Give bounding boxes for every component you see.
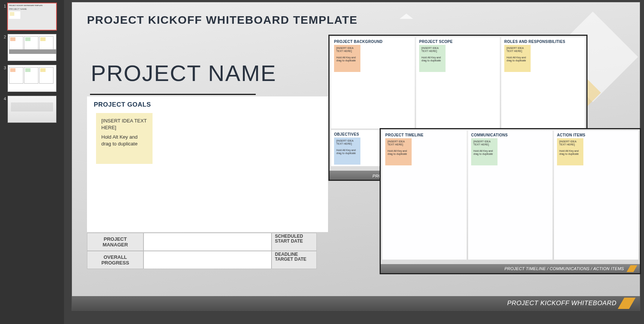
panel-heading: PROJECT SCOPE bbox=[419, 40, 497, 44]
mid-top-row: PROJECT BACKGROUND [INSERT IDEA TEXT HER… bbox=[330, 36, 586, 130]
sticky-note[interactable]: [INSERT IDEA TEXT HERE] Hold Alt Key and… bbox=[504, 45, 531, 72]
panel-communications[interactable]: COMMUNICATIONS [INSERT IDEA TEXT HERE] H… bbox=[468, 131, 552, 260]
panel-background[interactable]: PROJECT BACKGROUND [INSERT IDEA TEXT HER… bbox=[331, 37, 415, 128]
sticky-note[interactable]: [INSERT IDEA TEXT HERE] Hold Alt Key and… bbox=[557, 138, 583, 165]
label-start-date: SCHEDULED START DATE bbox=[272, 233, 317, 251]
sticky-note[interactable]: [INSERT IDEA TEXT HERE] Hold Alt Key and… bbox=[471, 138, 497, 165]
value-overall-progress[interactable] bbox=[143, 251, 272, 269]
slide-thumbnail-4[interactable] bbox=[8, 96, 56, 123]
sticky-hint: Hold Alt Key and drag to duplicate bbox=[559, 150, 579, 155]
slide-canvas: PROJECT KICKOFF WHITEBOARD TEMPLATE PROJ… bbox=[64, 0, 644, 324]
slide-number: 1 bbox=[2, 3, 6, 8]
heading-underline bbox=[90, 94, 256, 95]
label-deadline: DEADLINE TARGET DATE bbox=[272, 251, 317, 269]
slide-thumbnail-1[interactable]: PROJECT KICKOFF WHITEBOARD TEMPLATE PROJ… bbox=[8, 3, 56, 30]
label-overall-progress: OVERALL PROGRESS bbox=[87, 251, 143, 269]
slide-footer: PROJECT TIMELINE / COMMUNICATIONS / ACTI… bbox=[381, 264, 640, 273]
sticky-note[interactable]: [INSERT IDEA TEXT HERE] Hold Alt Key and… bbox=[334, 45, 360, 72]
table-row: OVERALL PROGRESS DEADLINE TARGET DATE bbox=[87, 251, 317, 269]
project-info-table[interactable]: PROJECT MANAGER SCHEDULED START DATE OVE… bbox=[87, 233, 317, 269]
slide-thumbnail-2[interactable] bbox=[8, 34, 56, 61]
panel-scope[interactable]: PROJECT SCOPE [INSERT IDEA TEXT HERE] Ho… bbox=[416, 37, 500, 128]
sticky-hint: Hold Alt Key and drag to duplicate bbox=[336, 56, 356, 62]
sticky-text: [INSERT IDEA TEXT HERE] bbox=[336, 139, 358, 146]
slide-number: 2 bbox=[2, 34, 6, 39]
sticky-text: [INSERT IDEA TEXT HERE] bbox=[473, 140, 495, 147]
slide-number: 4 bbox=[2, 96, 6, 101]
panel-heading: ACTION ITEMS bbox=[557, 133, 635, 137]
slide-number: 3 bbox=[2, 65, 6, 70]
thumbnail-row-4: 4 bbox=[2, 96, 63, 123]
footer-text: PROJECT KICKOFF WHITEBOARD bbox=[507, 300, 617, 307]
project-goals-panel[interactable]: PROJECT GOALS [INSERT IDEA TEXT HERE] Ho… bbox=[87, 96, 328, 232]
panel-heading: COMMUNICATIONS bbox=[471, 133, 549, 137]
sticky-hint: Hold Alt Key and drag to duplicate bbox=[421, 56, 441, 62]
panel-heading: PROJECT BACKGROUND bbox=[334, 40, 412, 44]
footer-text: PROJECT TIMELINE / COMMUNICATIONS / ACTI… bbox=[504, 266, 624, 271]
sticky-text: [INSERT IDEA TEXT HERE] bbox=[336, 47, 358, 53]
sticky-hint: Hold Alt Key and drag to duplicate bbox=[507, 56, 526, 62]
panel-heading: ROLES AND RESPONSIBILITIES bbox=[504, 40, 582, 44]
sticky-hint: Hold Alt Key and drag to duplicate bbox=[101, 134, 137, 147]
sticky-hint: Hold Alt Key and drag to duplicate bbox=[336, 149, 356, 154]
panel-timeline[interactable]: PROJECT TIMELINE [INSERT IDEA TEXT HERE]… bbox=[382, 131, 467, 260]
sticky-note[interactable]: [INSERT IDEA TEXT HERE] Hold Alt Key and… bbox=[419, 45, 446, 72]
right-columns: PROJECT TIMELINE [INSERT IDEA TEXT HERE]… bbox=[381, 129, 640, 261]
sticky-note[interactable]: [INSERT IDEA TEXT HERE] Hold Alt Key and… bbox=[334, 138, 360, 165]
template-title: PROJECT KICKOFF WHITEBOARD TEMPLATE bbox=[72, 2, 640, 30]
thumbnail-sidebar: 1 PROJECT KICKOFF WHITEBOARD TEMPLATE PR… bbox=[0, 0, 64, 324]
panel-heading: PROJECT TIMELINE bbox=[385, 133, 464, 137]
sticky-text: [INSERT IDEA TEXT HERE] bbox=[507, 47, 528, 53]
thumbnail-row-1: 1 PROJECT KICKOFF WHITEBOARD TEMPLATE PR… bbox=[2, 3, 63, 30]
panel-action-items[interactable]: ACTION ITEMS [INSERT IDEA TEXT HERE] Hol… bbox=[554, 131, 638, 260]
value-project-manager[interactable] bbox=[143, 233, 272, 251]
sticky-text: [INSERT IDEA TEXT HERE] bbox=[101, 118, 147, 131]
sticky-hint: Hold Alt Key and drag to duplicate bbox=[388, 150, 407, 155]
sticky-hint: Hold Alt Key and drag to duplicate bbox=[473, 150, 493, 155]
sticky-note-goals[interactable]: [INSERT IDEA TEXT HERE] Hold Alt Key and… bbox=[96, 113, 153, 164]
goals-heading: PROJECT GOALS bbox=[94, 101, 321, 109]
table-row: PROJECT MANAGER SCHEDULED START DATE bbox=[87, 233, 317, 251]
sticky-text: [INSERT IDEA TEXT HERE] bbox=[388, 140, 409, 147]
slide-3-overlay[interactable]: PROJECT TIMELINE [INSERT IDEA TEXT HERE]… bbox=[380, 128, 641, 274]
arrow-up-icon bbox=[400, 14, 413, 19]
sticky-text: [INSERT IDEA TEXT HERE] bbox=[421, 47, 443, 53]
panel-roles[interactable]: ROLES AND RESPONSIBILITIES [INSERT IDEA … bbox=[501, 37, 585, 128]
footer-accent bbox=[618, 298, 635, 309]
label-project-manager: PROJECT MANAGER bbox=[87, 233, 143, 251]
thumbnail-row-2: 2 bbox=[2, 34, 63, 61]
footer-accent bbox=[627, 265, 637, 272]
sticky-note[interactable]: [INSERT IDEA TEXT HERE] Hold Alt Key and… bbox=[385, 138, 412, 165]
slide-footer: PROJECT KICKOFF WHITEBOARD bbox=[72, 296, 640, 310]
slide-thumbnail-3[interactable] bbox=[8, 65, 56, 92]
sticky-text: [INSERT IDEA TEXT HERE] bbox=[559, 140, 581, 147]
thumbnail-row-3: 3 bbox=[2, 65, 63, 92]
